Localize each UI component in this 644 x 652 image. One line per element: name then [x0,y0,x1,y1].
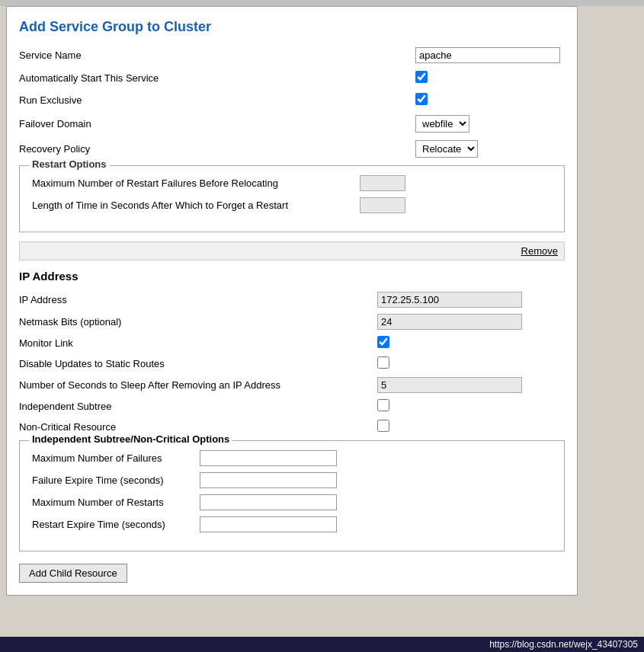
disable-updates-checkbox[interactable] [377,356,389,369]
netmask-row: Netmask Bits (optional) [19,314,565,330]
indep-failure-expire-input[interactable] [200,472,337,488]
length-time-input[interactable] [360,197,405,213]
recovery-policy-select[interactable]: Relocate Disable Restart [415,140,478,158]
indep-max-failures-label: Maximum Number of Failures [32,452,200,464]
disable-updates-label: Disable Updates to Static Routes [19,358,377,369]
sleep-seconds-label: Number of Seconds to Sleep After Removin… [19,379,377,391]
recovery-policy-row: Recovery Policy Relocate Disable Restart [19,140,565,158]
failover-domain-label: Failover Domain [19,118,415,129]
non-critical-label: Non-Critical Resource [19,421,377,433]
run-exclusive-control [415,93,565,107]
netmask-control [377,314,565,330]
length-time-control [360,197,552,213]
auto-start-row: Automatically Start This Service [19,71,565,85]
service-name-row: Service Name [19,47,565,63]
sleep-seconds-control [377,377,565,393]
failover-domain-row: Failover Domain webfile [19,115,565,133]
max-restart-failures-row: Maximum Number of Restart Failures Befor… [32,175,552,191]
auto-start-checkbox[interactable] [415,71,428,83]
indep-restart-expire-input[interactable] [200,516,337,532]
independent-options-legend: Independent Subtree/Non-Critical Options [29,433,232,445]
status-bar: https://blog.csdn.net/wejx_43407305 [0,637,644,652]
length-time-label: Length of Time in Seconds After Which to… [32,200,360,211]
restart-options-fieldset: Restart Options Maximum Number of Restar… [19,165,565,232]
service-name-label: Service Name [19,50,415,61]
ip-address-title: IP Address [19,270,565,283]
independent-subtree-label: Independent Subtree [19,401,377,412]
sleep-seconds-row: Number of Seconds to Sleep After Removin… [19,377,565,393]
remove-bar: Remove [19,241,565,260]
disable-updates-row: Disable Updates to Static Routes [19,356,565,371]
independent-subtree-checkbox[interactable] [377,399,389,411]
max-restart-failures-input[interactable] [360,175,405,191]
ip-address-label: IP Address [19,294,377,305]
run-exclusive-label: Run Exclusive [19,94,415,106]
remove-link[interactable]: Remove [521,245,558,257]
failover-domain-control: webfile [415,115,565,133]
monitor-link-row: Monitor Link [19,336,565,350]
indep-max-restarts-input[interactable] [200,494,337,510]
indep-max-failures-row: Maximum Number of Failures [32,450,552,466]
auto-start-control [415,71,565,85]
ip-address-control [377,292,565,308]
ip-address-row: IP Address [19,292,565,308]
recovery-policy-label: Recovery Policy [19,143,415,155]
monitor-link-label: Monitor Link [19,337,377,349]
ip-address-input[interactable] [377,292,522,308]
restart-options-legend: Restart Options [29,158,110,170]
independent-options-fieldset: Independent Subtree/Non-Critical Options… [19,440,565,551]
indep-max-failures-input[interactable] [200,450,337,466]
run-exclusive-row: Run Exclusive [19,93,565,107]
failover-domain-select[interactable]: webfile [415,115,469,133]
non-critical-checkbox[interactable] [377,420,389,432]
indep-max-restarts-label: Maximum Number of Restarts [32,497,200,508]
netmask-input[interactable] [377,314,522,330]
indep-restart-expire-row: Restart Expire Time (seconds) [32,516,552,532]
independent-subtree-control [377,399,565,414]
service-name-input[interactable] [415,47,560,63]
ip-address-section: IP Address IP Address Netmask Bits (opti… [19,270,565,551]
length-time-row: Length of Time in Seconds After Which to… [32,197,552,213]
indep-restart-expire-label: Restart Expire Time (seconds) [32,519,200,530]
non-critical-control [377,420,565,434]
monitor-link-checkbox[interactable] [377,336,389,348]
indep-failure-expire-row: Failure Expire Time (seconds) [32,472,552,488]
non-critical-row: Non-Critical Resource [19,420,565,434]
independent-subtree-row: Independent Subtree [19,399,565,414]
netmask-label: Netmask Bits (optional) [19,316,377,328]
sleep-seconds-input[interactable] [377,377,522,393]
run-exclusive-checkbox[interactable] [415,93,428,105]
status-url: https://blog.csdn.net/wejx_43407305 [489,639,638,650]
max-restart-failures-control [360,175,552,191]
monitor-link-control [377,336,565,350]
indep-max-restarts-row: Maximum Number of Restarts [32,494,552,510]
recovery-policy-control: Relocate Disable Restart [415,140,565,158]
indep-failure-expire-label: Failure Expire Time (seconds) [32,475,200,486]
service-name-control [415,47,565,63]
disable-updates-control [377,356,565,371]
max-restart-failures-label: Maximum Number of Restart Failures Befor… [32,177,360,189]
auto-start-label: Automatically Start This Service [19,72,415,84]
add-child-resource-button[interactable]: Add Child Resource [19,564,127,583]
page-title: Add Service Group to Cluster [19,19,565,35]
